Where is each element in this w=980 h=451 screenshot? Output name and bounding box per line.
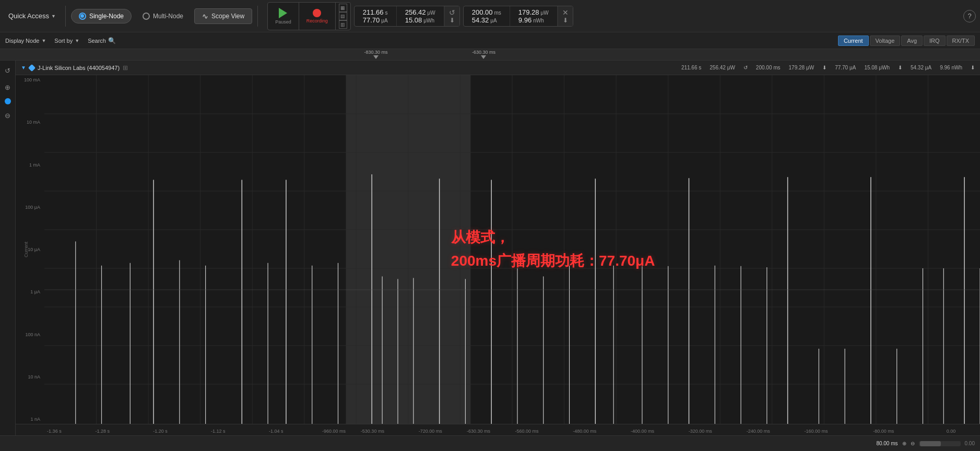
x-label-7: -720.00 ms xyxy=(419,429,442,434)
stat-time-unit-2: ms xyxy=(494,10,501,16)
y-label-10ua: 10 μA xyxy=(18,247,42,252)
y-label-100ua: 100 μA xyxy=(18,205,42,210)
toolbar-divider-1 xyxy=(65,6,66,27)
zoom-in-button[interactable]: ⊕ xyxy=(902,441,906,446)
header-stat-dl: ⬇ xyxy=(822,65,826,70)
marker-2-label: -630.30 ms xyxy=(470,49,497,55)
reset-zoom-icon[interactable]: ↺ xyxy=(2,65,14,76)
view-btn-rxtx[interactable]: RX/TX xyxy=(947,35,975,46)
secondary-toolbar: Display Node ▼ Sort by ▼ Search 🔍 Curren… xyxy=(0,32,980,49)
display-node-arrow: ▼ xyxy=(41,38,46,43)
channel-indicator-dot[interactable] xyxy=(5,98,11,104)
record-button[interactable]: Recording xyxy=(299,3,335,30)
channel-collapse-icon[interactable]: ▼ xyxy=(21,65,26,70)
x-label-12: -240.00 ms xyxy=(747,429,770,434)
zoom-minus-icon[interactable]: ⊖ xyxy=(2,110,14,121)
download-block-2[interactable]: ✕ ⬇ xyxy=(558,6,573,26)
x-label-8: -560.00 ms xyxy=(515,429,538,434)
play-icon xyxy=(279,8,287,18)
play-button[interactable]: Paused xyxy=(268,3,299,30)
stats-section-2: 200.00 ms 54.32 μA 179.28 μW 9.96 nWh ✕ … xyxy=(463,6,573,27)
view-btn-voltage[interactable]: Voltage xyxy=(870,35,901,46)
timeline-bar[interactable]: -830.30 ms -630.30 ms xyxy=(0,49,980,60)
view-btn-avg[interactable]: Avg xyxy=(901,35,923,46)
waveform-svg xyxy=(44,75,980,424)
x-label-15: 0.00 xyxy=(947,429,956,434)
stat-time-value: 211.66 xyxy=(363,8,384,16)
channel-name: J-Link Silicon Labs (440054947) xyxy=(38,65,120,71)
quick-access-menu[interactable]: Quick Access ▼ xyxy=(4,12,60,20)
channel-color-indicator xyxy=(28,64,36,71)
toolbar-icon-3[interactable]: ▥ xyxy=(339,20,347,29)
view-btn-current[interactable]: Current xyxy=(838,35,869,46)
timeline-marker-2: -630.30 ms xyxy=(470,49,497,60)
view-buttons-group: Current Voltage Avg IRQ RX/TX xyxy=(838,35,975,46)
y-axis-current-label: Current xyxy=(23,242,29,257)
stat-power-1: 256.42 μW 15.08 μWh xyxy=(397,6,444,26)
multi-node-button[interactable]: Multi-Node xyxy=(135,9,191,23)
x-label-2: -1.28 s xyxy=(95,429,110,434)
x-label-9: -480.00 ms xyxy=(573,429,596,434)
x-label-6: -960.00 ms xyxy=(322,429,346,434)
marker-2-arrow xyxy=(481,55,486,59)
multi-node-label: Multi-Node xyxy=(153,13,183,20)
scope-view-label: Scope View xyxy=(211,13,244,20)
single-node-button[interactable]: Single-Node xyxy=(71,9,132,23)
timeline-row: -830.30 ms -630.30 ms xyxy=(0,49,980,61)
chart-header: ▼ J-Link Silicon Labs (440054947) ⊞ 211.… xyxy=(16,61,980,75)
stat-time-unit: s xyxy=(385,10,388,16)
stats-section-1: 211.66 s 77.70 μA 256.42 μW 15.08 μWh ↺ … xyxy=(354,6,460,27)
header-stat-current: 77.70 μA xyxy=(835,65,856,70)
channel-expand-icon[interactable]: ⊞ xyxy=(123,64,128,72)
display-node-button[interactable]: Display Node ▼ xyxy=(5,38,46,44)
scope-view-button[interactable]: ∿ Scope View xyxy=(194,8,252,24)
header-stat-dl3: ⬇ xyxy=(971,65,975,70)
stat-current-value-2: 54.32 xyxy=(472,16,489,24)
x-label-14: -80.00 ms xyxy=(873,429,894,434)
search-label: Search xyxy=(88,38,106,44)
quick-access-arrow: ▼ xyxy=(51,14,56,19)
chart-canvas[interactable]: 从模式， 200ms广播周期功耗：77.70μA xyxy=(44,75,980,424)
zoom-value-display: 80.00 ms xyxy=(876,441,898,446)
sort-by-button[interactable]: Sort by ▼ xyxy=(54,38,79,44)
help-icon: ? xyxy=(967,12,971,20)
x-label-5: -1.04 s xyxy=(269,429,284,434)
x-label-marker2: -630.30 ms xyxy=(467,429,490,434)
single-node-label: Single-Node xyxy=(89,13,124,20)
y-label-100ma: 100 mA xyxy=(18,77,42,82)
header-stat-reset: ↺ xyxy=(743,65,748,70)
search-button[interactable]: Search 🔍 xyxy=(88,37,116,44)
chart-header-stats: 211.66 s 256.42 μW ↺ 200.00 ms 179.28 μW… xyxy=(681,65,975,70)
stat-power-value-2: 179.28 xyxy=(518,8,539,16)
close-icon-toolbar: ✕ xyxy=(562,8,569,17)
stat-power-2: 179.28 μW 9.96 nWh xyxy=(510,6,558,26)
play-label: Paused xyxy=(275,19,291,25)
chart-body[interactable]: 100 mA 10 mA 1 mA 100 μA 10 μA 1 μA 100 … xyxy=(16,75,980,424)
left-panel: ↺ ⊕ ⊖ xyxy=(0,61,16,435)
zoom-out-button[interactable]: ⊖ xyxy=(911,441,915,446)
stat-current-value: 77.70 xyxy=(363,16,380,24)
y-label-10na: 10 nA xyxy=(18,374,42,379)
y-label-1na: 1 nA xyxy=(18,417,42,422)
reset-icon-1: ↺ xyxy=(449,8,455,17)
help-button[interactable]: ? xyxy=(963,10,976,22)
stat-power-unit-1: μW xyxy=(428,10,435,16)
toolbar-icon-1[interactable]: ▦ xyxy=(339,4,347,12)
multi-node-radio xyxy=(143,13,150,20)
view-btn-irq[interactable]: IRQ xyxy=(924,35,946,46)
y-label-1ma: 1 mA xyxy=(18,162,42,168)
scroll-track[interactable] xyxy=(919,441,961,446)
search-icon: 🔍 xyxy=(108,37,116,44)
header-stat-time2: 200.00 ms xyxy=(756,65,781,70)
bottom-axis: -1.36 s -1.28 s -1.20 s -1.12 s -1.04 s … xyxy=(16,424,980,435)
sort-by-label: Sort by xyxy=(54,38,73,44)
download-block-1[interactable]: ↺ ⬇ xyxy=(444,6,459,26)
zoom-fit-icon[interactable]: ⊕ xyxy=(2,81,14,93)
scroll-thumb[interactable] xyxy=(920,441,941,446)
stat-time-elapsed: 211.66 s 77.70 μA xyxy=(355,6,397,26)
x-label-13: -160.00 ms xyxy=(804,429,828,434)
toolbar-icon-2[interactable]: ▤ xyxy=(339,12,347,20)
stat-energy-unit-2: nWh xyxy=(533,18,544,23)
scroll-end-value: 0.00 xyxy=(965,441,975,446)
scroll-end-label: 0.00 xyxy=(965,441,975,446)
